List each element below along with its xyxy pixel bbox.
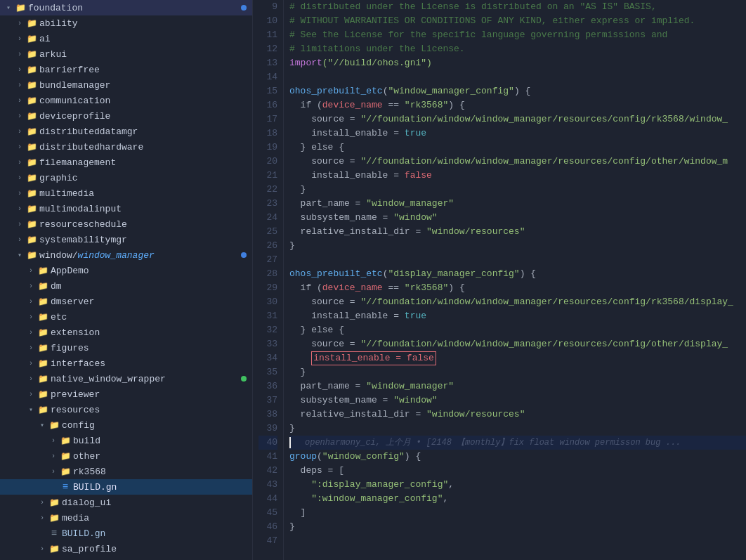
tree-item-graphic[interactable]: 📁graphic [0,170,252,185]
code-line: install_enable = false [289,169,746,183]
tree-item-build[interactable]: 📁build [0,433,252,448]
code-line: subsystem_name = "window" [289,393,746,408]
tree-item-other[interactable]: 📁other [0,448,252,464]
token: source = [289,297,360,307]
tree-item-barrierfree[interactable]: 📁barrierfree [0,62,252,77]
folder-icon: 📁 [37,374,49,384]
tree-item-etc[interactable]: 📁etc [0,309,252,325]
token: if ( [289,282,322,293]
token: "window_manager_config" [388,86,513,96]
tree-item-rk3568[interactable]: 📁rk3568 [0,464,252,479]
code-line: source = "//foundation/window/window_man… [289,112,746,126]
change-badge-blue [241,252,247,258]
tree-item-bundlemanager[interactable]: 📁bundlemanager [0,77,252,93]
tree-item-label: multimodalinput [39,204,122,214]
tree-item-arkui[interactable]: 📁arkui [0,46,252,62]
token: "window_manager" [366,381,454,391]
tree-item-extension[interactable]: 📁extension [0,325,252,340]
tree-item-distributedhardware[interactable]: 📁distributedhardware [0,139,252,155]
folder-icon: 📁 [25,96,38,106]
file-tree[interactable]: 📁foundation📁ability📁ai📁arkui📁barrierfree… [0,0,253,560]
token: } [289,521,295,532]
file-icon: ≡ [48,528,60,539]
tree-item-media[interactable]: 📁media [0,510,252,526]
code-line: group("window_config") { [289,450,746,464]
line-number: 16 [259,98,277,112]
tree-item-AppDemo[interactable]: 📁AppDemo [0,263,252,278]
code-line: install_enable = true [289,126,746,141]
tree-item-ability[interactable]: 📁ability [0,15,252,31]
line-number: 46 [259,520,277,534]
token: deps = [ [289,465,344,476]
line-number: 25 [259,225,277,239]
line-number: 34 [259,351,277,365]
token: device_name [322,282,383,293]
line-number: 18 [259,126,277,141]
token: ":display_manager_config" [311,479,448,490]
line-number: 32 [259,323,277,337]
tree-item-resourceschedule[interactable]: 📁resourceschedule [0,216,252,232]
token: false [405,170,432,181]
tree-item-resources[interactable]: 📁resources [0,402,252,417]
token: "rk3568" [405,282,448,293]
folder-icon: 📁 [37,297,49,307]
highlighted-value: install_enable = false [311,351,436,365]
tree-item-label: BUILD.gn [73,482,117,493]
token: ) { [514,86,530,96]
tree-item-deviceprofile[interactable]: 📁deviceprofile [0,108,252,124]
tree-item-native_window_wrapper[interactable]: 📁native_window_wrapper [0,371,252,386]
line-number: 15 [259,84,277,98]
code-line: install_enable = true [289,309,746,323]
tree-item-dmserver[interactable]: 📁dmserver [0,294,252,309]
code-line: ohos_prebuilt_etc("display_manager_confi… [289,267,746,281]
folder-icon: 📁 [25,235,38,245]
tree-item-label: sa_profile [62,544,117,554]
folder-icon: 📁 [37,358,49,369]
tree-item-ai[interactable]: 📁ai [0,31,252,46]
code-line: source = "//foundation/window/window_man… [289,155,746,169]
tree-item-distributeddatamgr[interactable]: 📁distributeddatamgr [0,124,252,139]
line-number: 19 [259,141,277,155]
tree-item-filemanagement[interactable]: 📁filemanagement [0,155,252,170]
token: , [443,493,448,504]
collapsed-arrow-icon [14,51,25,58]
tree-item-sa_profile[interactable]: 📁sa_profile [0,541,252,556]
token: source = [289,339,360,349]
tree-item-dialog_ui[interactable]: 📁dialog_ui [0,495,252,510]
token: "display_manager_config" [388,268,519,279]
token [289,479,311,490]
tree-item-systemabilitymgr[interactable]: 📁systemabilitymgr [0,232,252,247]
tree-item-BUILD_gn_active[interactable]: ≡BUILD.gn [0,479,252,495]
tree-item-multimodalinput[interactable]: 📁multimodalinput [0,201,252,216]
collapsed-arrow-icon [14,66,25,74]
tree-item-label: BUILD.gn [62,528,105,539]
code-line: subsystem_name = "window" [289,211,746,225]
line-number: 45 [259,506,277,520]
tree-item-interfaces[interactable]: 📁interfaces [0,356,252,371]
collapsed-arrow-icon [48,452,59,460]
code-line: } [289,183,746,197]
tree-item-figures[interactable]: 📁figures [0,340,252,356]
line-number: 36 [259,379,277,393]
token: "window_manager" [366,198,454,209]
collapsed-arrow-icon [14,82,25,89]
collapsed-arrow-icon [25,344,37,352]
tree-item-label: distributeddatamgr [39,126,138,137]
code-line: } [289,520,746,534]
code-line [289,70,746,84]
tree-item-dm[interactable]: 📁dm [0,278,252,294]
tree-item-previewer[interactable]: 📁previewer [0,386,252,402]
collapsed-arrow-icon [37,514,48,522]
tree-item-label: communication [39,96,110,106]
token: true [405,128,426,138]
tree-item-foundation[interactable]: 📁foundation [0,0,252,15]
tree-item-multimedia[interactable]: 📁multimedia [0,185,252,201]
line-numbers: 9101112131415161718192021222324252627282… [253,0,284,560]
tree-item-config[interactable]: 📁config [0,417,252,433]
token: } [289,423,295,434]
collapsed-arrow-icon [14,190,25,197]
tree-item-window_window_manager[interactable]: 📁window/window_manager [0,247,252,263]
code-line: if (device_name == "rk3568") { [289,98,746,112]
tree-item-BUILD_gn2[interactable]: ≡BUILD.gn [0,526,252,541]
tree-item-communication[interactable]: 📁communication [0,93,252,108]
